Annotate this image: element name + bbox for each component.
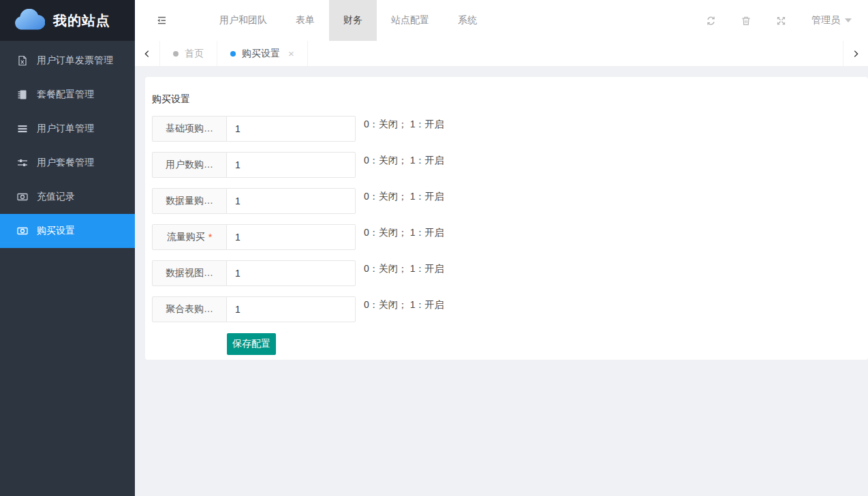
required-asterisk: * [208,232,212,243]
sidebar-item-label: 用户套餐管理 [37,157,94,169]
collapse-menu-icon [155,14,168,27]
tab-status-dot [230,51,236,57]
aggregate-table-purchase-input[interactable] [226,296,356,322]
banknote-icon [16,226,28,237]
main-area: 用户和团队 表单 财务 站点配置 系统 [135,0,868,496]
tab-label: 首页 [185,48,204,60]
sidebar-item-package-config[interactable]: 套餐配置管理 [0,78,135,112]
chevron-left-icon [142,49,152,59]
cloud-logo-icon [14,9,45,33]
top-nav: 用户和团队 表单 财务 站点配置 系统 [205,0,491,41]
sidebar-item-recharge-records[interactable]: 充值记录 [0,180,135,214]
sidebar-item-user-package[interactable]: 用户套餐管理 [0,146,135,180]
form-row-aggregate-table-purchase: 聚合表购… 0：关闭； 1：开启 [152,296,861,322]
user-menu[interactable]: 管理员 [811,14,852,27]
sidebar-item-label: 用户订单管理 [37,123,94,135]
nav-item-system[interactable]: 系统 [444,0,491,41]
top-header: 用户和团队 表单 财务 站点配置 系统 [135,0,868,41]
content-area: 购买设置 基础项购… 0：关闭； 1：开启 用户数购… 0：关闭； 1：开启 [135,67,868,496]
field-label: 基础项购… [152,116,227,142]
form-row-user-count-purchase: 用户数购… 0：关闭； 1：开启 [152,152,861,178]
sidebar-item-label: 套餐配置管理 [37,89,94,101]
form-row-basic-purchase: 基础项购… 0：关闭； 1：开启 [152,116,861,142]
field-label: 用户数购… [152,152,227,178]
brand-title: 我的站点 [53,12,110,30]
tab-label: 购买设置 [242,48,280,60]
list-icon [16,123,28,135]
banknote-icon [16,191,28,203]
nav-item-site-config[interactable]: 站点配置 [377,0,444,41]
tab-home[interactable]: 首页 [160,41,217,66]
refresh-icon[interactable] [706,16,716,26]
app-window: 我的站点 用户订单发票管理 [0,0,868,496]
data-view-purchase-input[interactable] [226,260,356,286]
save-config-button[interactable]: 保存配置 [227,333,276,355]
field-hint: 0：关闭； 1：开启 [364,260,444,275]
sidebar-item-purchase-settings[interactable]: 购买设置 [0,214,135,248]
sidebar-item-label: 用户订单发票管理 [37,55,113,67]
nav-item-users-teams[interactable]: 用户和团队 [205,0,281,41]
sidebar-item-label: 充值记录 [37,191,75,203]
user-count-purchase-input[interactable] [226,152,356,178]
sidebar-item-user-order-invoice[interactable]: 用户订单发票管理 [0,44,135,78]
file-invoice-icon [16,55,28,67]
fullscreen-icon[interactable] [776,16,786,26]
user-name: 管理员 [811,14,840,27]
sidebar-item-label: 购买设置 [37,225,75,237]
topbar-actions: 管理员 [706,14,852,27]
field-hint: 0：关闭； 1：开启 [364,116,444,131]
sliders-icon [16,157,28,169]
nav-item-forms[interactable]: 表单 [281,0,329,41]
field-label: 流量购买 * [152,224,227,250]
sidebar-menu: 用户订单发票管理 套餐配置管理 [0,41,135,248]
sidebar: 我的站点 用户订单发票管理 [0,0,135,496]
tabs-scroll-left-button[interactable] [135,41,160,66]
sidebar-item-user-order[interactable]: 用户订单管理 [0,112,135,146]
tab-status-dot [173,51,179,57]
close-icon[interactable]: × [288,48,294,59]
form-row-data-volume-purchase: 数据量购… 0：关闭； 1：开启 [152,188,861,214]
page-title: 购买设置 [152,85,861,106]
nav-item-finance[interactable]: 财务 [329,0,377,41]
tabs-scroll-right-button[interactable] [843,41,868,66]
chevron-down-icon [845,18,852,22]
field-hint: 0：关闭； 1：开启 [364,224,444,239]
tab-bar: 首页 购买设置 × [135,41,868,67]
chevron-right-icon [851,49,861,59]
collapse-sidebar-button[interactable] [155,14,168,27]
field-label: 数据视图… [152,260,227,286]
tab-purchase-settings[interactable]: 购买设置 × [217,41,308,66]
field-hint: 0：关闭； 1：开启 [364,152,444,167]
field-hint: 0：关闭； 1：开启 [364,296,444,311]
form-row-traffic-purchase: 流量购买 * 0：关闭； 1：开启 [152,224,861,250]
traffic-purchase-input[interactable] [226,224,356,250]
field-hint: 0：关闭； 1：开启 [364,188,444,203]
data-volume-purchase-input[interactable] [226,188,356,214]
field-label: 聚合表购… [152,296,227,322]
package-icon [16,89,28,101]
basic-purchase-input[interactable] [226,116,356,142]
trash-icon[interactable] [741,16,751,26]
form-row-data-view-purchase: 数据视图… 0：关闭； 1：开启 [152,260,861,286]
purchase-settings-card: 购买设置 基础项购… 0：关闭； 1：开启 用户数购… 0：关闭； 1：开启 [145,77,868,360]
brand-logo[interactable]: 我的站点 [0,0,135,41]
field-label: 数据量购… [152,188,227,214]
